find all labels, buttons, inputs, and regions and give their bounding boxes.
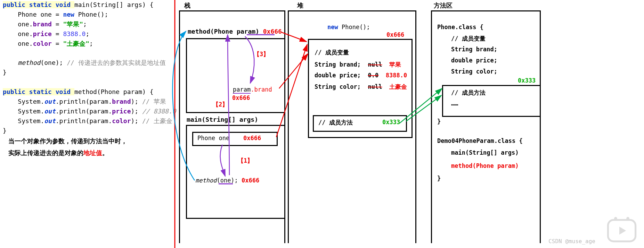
ma-close2: } bbox=[437, 175, 441, 182]
ma-memmethod-addr: 0x333 bbox=[518, 77, 536, 84]
stack-method-frame bbox=[186, 38, 285, 113]
step2-label: 【2】 bbox=[213, 101, 228, 109]
heap-price-row: double price; 0.0 8388.0 bbox=[315, 72, 407, 79]
ma-method: method(Phone param) bbox=[451, 162, 519, 169]
stack-param-addr: 0x666 bbox=[232, 94, 250, 101]
stack-one-addr: 0x666 bbox=[243, 135, 261, 142]
svg-point-5 bbox=[626, 217, 629, 220]
heap-membervar-label: // 成员变量 bbox=[315, 49, 349, 57]
step3-label: 【3】 bbox=[254, 50, 269, 58]
svg-rect-3 bbox=[608, 220, 635, 241]
method-area-panel bbox=[431, 10, 541, 243]
heap-color-row: String color; null 土豪金 bbox=[315, 83, 407, 91]
step1-label: 【1】 bbox=[238, 157, 253, 165]
section-heap-title: 堆 bbox=[297, 1, 303, 10]
heap-membermethod-addr: 0x333 bbox=[382, 119, 400, 126]
heap-brand-row: String brand; null 苹果 bbox=[315, 61, 401, 69]
stack-one-label: Phone one bbox=[197, 135, 229, 142]
heap-new-phone: new Phone(); bbox=[327, 24, 370, 31]
ma-memmethod: // 成员方法 bbox=[451, 89, 486, 97]
ma-main: main(String[] args) bbox=[451, 149, 519, 156]
ma-price: double price; bbox=[451, 57, 497, 64]
stack-method-sig: method(Phone param) 0x666 bbox=[188, 28, 282, 35]
watermark-text: CSDN @muse_age bbox=[548, 238, 595, 245]
code-block-main: public static void main(String[] args) {… bbox=[3, 0, 177, 135]
svg-marker-6 bbox=[619, 227, 626, 235]
ma-demo-class: Demo04PhoneParam.class { bbox=[437, 137, 523, 144]
stack-method-call: method(one); 0x666 bbox=[195, 177, 259, 184]
section-stack-title: 栈 bbox=[184, 1, 190, 10]
ma-membervar: // 成员变量 bbox=[451, 35, 486, 43]
svg-point-4 bbox=[614, 217, 617, 220]
note-text: 当一个对象作为参数，传递到方法当中时， 实际上传递进去的是对象的地址值。 bbox=[8, 135, 127, 159]
ma-brand: String brand; bbox=[451, 46, 497, 53]
heap-new-addr: 0x666 bbox=[386, 31, 404, 38]
ma-close1: } bbox=[437, 118, 441, 125]
heap-membermethod-label: // 成员方法 bbox=[318, 119, 353, 127]
stack-main-sig: main(String[] args) bbox=[187, 116, 258, 123]
section-method-area-title: 方法区 bbox=[434, 1, 453, 10]
csdn-logo-icon bbox=[606, 217, 637, 245]
ma-phone-class: Phone.class { bbox=[437, 24, 483, 31]
ma-dots: …… bbox=[451, 100, 458, 107]
stack-param-brand: param.brand bbox=[233, 86, 272, 93]
ma-color: String color; bbox=[451, 68, 497, 75]
